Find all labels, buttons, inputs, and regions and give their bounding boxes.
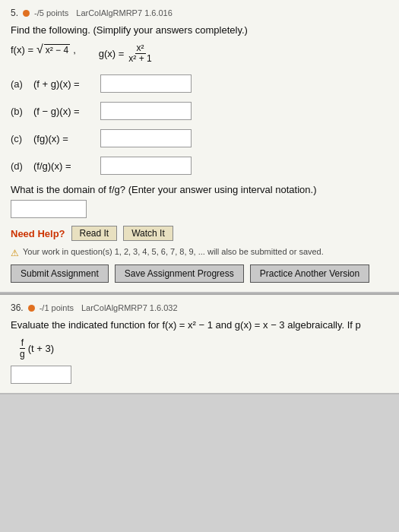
need-help-label: Need Help? (11, 228, 65, 239)
part-b-row: (b) (f − g)(x) = (11, 102, 388, 120)
part-d-row: (d) (f/g)(x) = (11, 157, 388, 175)
q36-problem-id: LarColAlgRMRP7 1.6.032 (81, 303, 178, 312)
g-numerator: x² (135, 43, 146, 54)
sqrt-symbol: √ (36, 43, 43, 55)
q36-answer-input[interactable] (11, 366, 71, 384)
f-definition: f(x) = √ x² − 4 , (11, 43, 76, 55)
q36-fraction-wrap: f g (t + 3) (18, 337, 54, 359)
domain-section: What is the domain of f/g? (Enter your a… (11, 184, 388, 218)
q36-fraction: f g (18, 337, 27, 359)
part-a-input[interactable] (100, 74, 192, 93)
part-d-label: (d) (11, 160, 27, 172)
question-36-header: 36. -/1 points LarColAlgRMRP7 1.6.032 (11, 302, 388, 313)
part-a-expr: (f + g)(x) = (33, 78, 94, 90)
status-dot (23, 10, 30, 17)
part-d-input[interactable] (100, 157, 192, 175)
g-denominator: x² + 1 (127, 54, 153, 64)
part-c-expr: (fg)(x) = (33, 133, 94, 144)
function-definitions: f(x) = √ x² − 4 , g(x) = x² x² + 1 (11, 43, 388, 64)
question-intro: Find the following. (Simplify your answe… (11, 24, 388, 36)
part-a-label: (a) (11, 78, 27, 90)
q36-status-dot (28, 305, 35, 312)
part-c-label: (c) (11, 133, 27, 144)
part-b-input[interactable] (100, 102, 192, 120)
q36-expr: f g (t + 3) (18, 337, 388, 359)
part-a-row: (a) (f + g)(x) = (11, 74, 388, 93)
question-5-number: 5. (11, 8, 18, 18)
q36-expr-paren: (t + 3) (28, 343, 54, 354)
q36-points-label: -/1 points (40, 303, 74, 312)
read-it-button[interactable]: Read It (71, 226, 118, 241)
part-d-expr: (f/g)(x) = (33, 160, 94, 172)
page-container: 5. -/5 points LarColAlgRMRP7 1.6.016 Fin… (0, 0, 399, 394)
watch-it-button[interactable]: Watch It (123, 226, 173, 241)
g-label: g(x) = (99, 48, 125, 59)
save-progress-button[interactable]: Save Assignment Progress (115, 264, 244, 283)
question-36-block: 36. -/1 points LarColAlgRMRP7 1.6.032 Ev… (0, 295, 399, 394)
f-label: f(x) = (11, 44, 33, 55)
question-36-number: 36. (11, 302, 24, 313)
f-comma: , (73, 44, 76, 55)
need-help-row: Need Help? Read It Watch It (11, 226, 388, 241)
q36-intro: Evaluate the indicated function for f(x)… (11, 319, 388, 331)
part-b-expr: (f − g)(x) = (33, 106, 94, 117)
q36-frac-numer: f (20, 337, 25, 349)
practice-another-button[interactable]: Practice Another Version (250, 264, 369, 283)
problem-id: LarColAlgRMRP7 1.6.016 (76, 8, 173, 17)
points-label: -/5 points (34, 8, 68, 17)
question-5-header: 5. -/5 points LarColAlgRMRP7 1.6.016 (11, 8, 388, 18)
part-c-input[interactable] (100, 129, 192, 147)
g-fraction: x² x² + 1 (127, 43, 153, 64)
action-buttons-row: Submit Assignment Save Assignment Progre… (11, 264, 388, 283)
domain-input[interactable] (11, 200, 87, 218)
warning-text: Your work in question(s) 1, 2, 3, 4, 5, … (23, 247, 324, 256)
question-5-block: 5. -/5 points LarColAlgRMRP7 1.6.016 Fin… (0, 0, 399, 293)
part-b-label: (b) (11, 106, 27, 117)
sqrt-inner: x² − 4 (44, 44, 70, 55)
submit-assignment-button[interactable]: Submit Assignment (11, 264, 109, 283)
f-expr: √ x² − 4 (36, 43, 70, 55)
warning-row: ⚠ Your work in question(s) 1, 2, 3, 4, 5… (11, 247, 388, 258)
warning-icon: ⚠ (11, 248, 19, 258)
g-definition: g(x) = x² x² + 1 (99, 43, 154, 64)
domain-question: What is the domain of f/g? (Enter your a… (11, 184, 388, 195)
part-c-row: (c) (fg)(x) = (11, 129, 388, 147)
q36-frac-denom: g (18, 349, 27, 359)
